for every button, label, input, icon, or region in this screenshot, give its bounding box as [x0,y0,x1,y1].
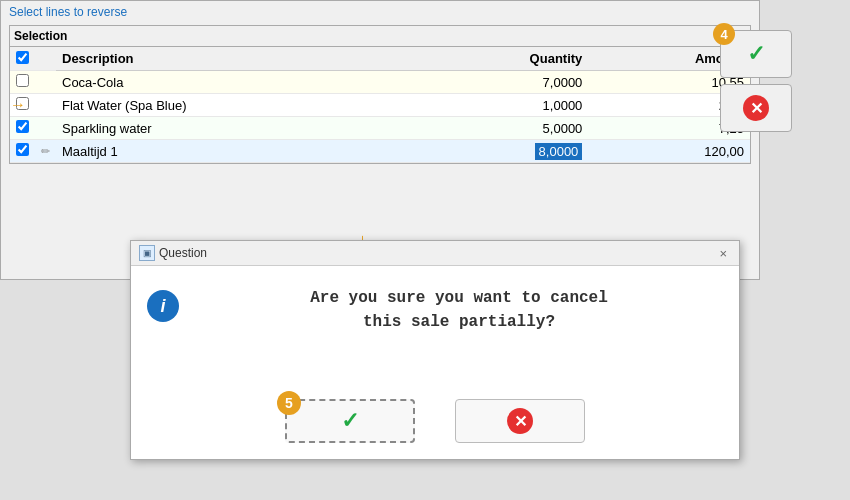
items-table: Description Quantity Amount Coca-Cola 7,… [10,47,750,163]
cancel-cross-icon: ✕ [743,95,769,121]
dialog-title-text: Question [159,246,207,260]
row-check-cell [10,117,35,140]
dialog-confirm-badge: 5 [277,391,301,415]
question-dialog: ▣ Question × i Are you sure you want to … [130,240,740,460]
table-row: ✏ Maaltijd 1 8,0000 120,00 [10,140,750,163]
table-row: Coca-Cola 7,0000 10,55 [10,71,750,94]
select-all-checkbox[interactable] [16,51,29,64]
header-edit-cell [35,47,56,71]
confirm-badge: 4 [713,23,735,45]
info-icon: i [147,290,179,322]
dialog-buttons: 5 ✓ ✕ [131,399,739,443]
action-buttons: 4 ✓ ✕ [720,30,800,132]
dialog-title-bar: ▣ Question × [131,241,739,266]
row-edit-3 [35,117,56,140]
row-qty-3: 5,0000 [417,117,588,140]
dialog-cancel-icon: ✕ [507,408,533,434]
dialog-message: Are you sure you want to cancel this sal… [195,286,723,334]
confirm-check-icon: ✓ [747,41,765,67]
selection-box: Selection Description Quantity Amount [9,25,751,164]
col-quantity: Quantity [417,47,588,71]
row-desc-3: Sparkling water [56,117,417,140]
row-edit-4: ✏ [35,140,56,163]
row-check-cell [10,140,35,163]
qty-highlight: 8,0000 [535,143,583,160]
table-row: Sparkling water 5,0000 7,25 [10,117,750,140]
dialog-close-button[interactable]: × [715,246,731,261]
main-panel: Select lines to reverse Selection Descri… [0,0,760,280]
row-checkbox-3[interactable] [16,120,29,133]
dialog-confirm-button[interactable]: 5 ✓ [285,399,415,443]
row-desc-1: Coca-Cola [56,71,417,94]
selection-label: Selection [10,26,750,47]
row-arrow-indicator: → [10,96,26,114]
row-edit-2 [35,94,56,117]
row-checkbox-4[interactable] [16,143,29,156]
row-checkbox-1[interactable] [16,74,29,87]
dialog-body: i Are you sure you want to cancel this s… [131,266,739,354]
dialog-confirm-icon: ✓ [341,408,359,434]
page-title: Select lines to reverse [1,1,759,23]
confirm-button[interactable]: 4 ✓ [720,30,792,78]
row-qty-2: 1,0000 [417,94,588,117]
row-amt-4: 120,00 [588,140,750,163]
cancel-button[interactable]: ✕ [720,84,792,132]
row-qty-1: 7,0000 [417,71,588,94]
header-check-cell [10,47,35,71]
row-qty-4: 8,0000 [417,140,588,163]
dialog-cancel-button[interactable]: ✕ [455,399,585,443]
row-edit-1 [35,71,56,94]
table-row: Flat Water (Spa Blue) 1,0000 2,60 [10,94,750,117]
row-desc-4: Maaltijd 1 [56,140,417,163]
dialog-title-icon: ▣ [139,245,155,261]
col-description: Description [56,47,417,71]
row-desc-2: Flat Water (Spa Blue) [56,94,417,117]
row-check-cell [10,71,35,94]
